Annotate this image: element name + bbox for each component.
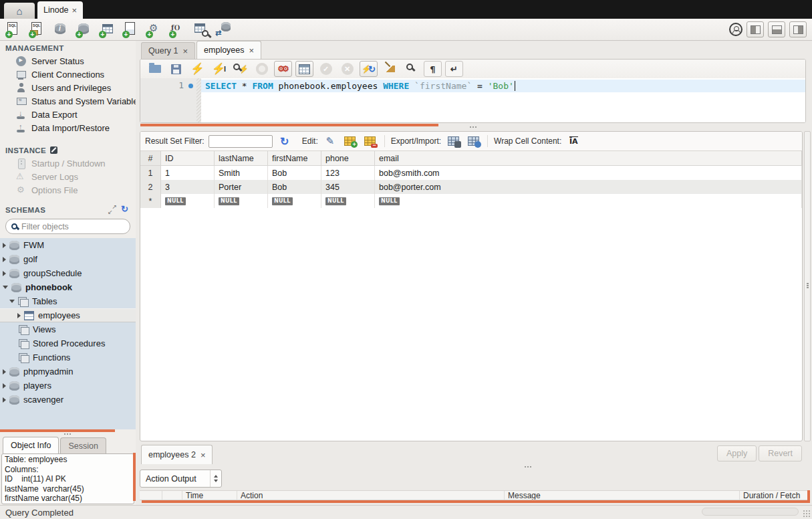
table-cell[interactable]: NULL — [215, 194, 268, 208]
tree-item-fwm[interactable]: FWM — [0, 238, 136, 252]
limit-rows-icon[interactable] — [295, 61, 313, 77]
output-column-duration-fetch[interactable]: Duration / Fetch — [740, 491, 810, 500]
splitter-grip[interactable] — [0, 432, 136, 437]
execute-current-statement-icon[interactable]: ⚡I — [210, 61, 228, 77]
tree-item-phonebook[interactable]: phonebook — [0, 280, 136, 294]
tree-item-phpmyadmin[interactable]: phpmyadmin — [0, 365, 136, 379]
sql-code-area[interactable]: 1 SELECT * FROM phonebook.employees WHER… — [140, 78, 805, 122]
sidebar-item-data-import-restore[interactable]: Data Import/Restore — [0, 121, 136, 134]
open-sql-script-icon[interactable]: + — [28, 21, 45, 38]
expand-schemas-icon[interactable] — [108, 205, 117, 214]
sidebar-item-server-logs[interactable]: Server Logs — [0, 170, 136, 183]
table-cell[interactable]: 123 — [321, 166, 375, 180]
toggle-word-wrap-icon[interactable]: ↵ — [445, 61, 463, 77]
sidebar-item-startup-shutdown[interactable]: Startup / Shutdown — [0, 157, 136, 170]
row-number-cell[interactable]: 1 — [140, 166, 161, 180]
tree-item-functions[interactable]: Functions — [0, 350, 136, 365]
new-row-placeholder[interactable]: *NULLNULLNULLNULLNULL — [140, 194, 802, 208]
expander-icon[interactable] — [3, 257, 6, 262]
save-script-icon[interactable] — [167, 61, 185, 77]
output-splitter-grip[interactable] — [525, 466, 526, 468]
table-cell[interactable]: NULL — [161, 194, 215, 208]
close-icon[interactable]: × — [249, 46, 255, 55]
right-panel-splitter[interactable] — [804, 131, 811, 441]
expander-icon[interactable] — [3, 243, 6, 248]
new-sql-tab-icon[interactable]: + — [5, 21, 22, 38]
query-tab-query-1[interactable]: Query 1× — [141, 42, 195, 59]
revert-button[interactable]: Revert — [759, 445, 802, 461]
output-column-action[interactable]: Action — [237, 491, 505, 500]
tree-item-scavenger[interactable]: scavenger — [0, 393, 136, 407]
result-tab-employees-2[interactable]: employees 2 × — [141, 445, 213, 464]
result-filter-input[interactable] — [209, 135, 273, 148]
output-column-blank[interactable] — [162, 491, 182, 500]
table-cell[interactable]: NULL — [375, 194, 802, 208]
import-records-icon[interactable] — [465, 134, 481, 148]
expander-icon[interactable] — [3, 286, 8, 289]
table-cell[interactable]: NULL — [321, 194, 375, 208]
column-header-email[interactable]: email — [375, 151, 802, 165]
action-output-dropdown[interactable]: Action Output — [140, 470, 222, 488]
toggle-stop-on-error-icon[interactable]: ⚙⚙ — [274, 61, 292, 77]
open-script-icon[interactable] — [146, 61, 164, 77]
table-row[interactable]: 23PorterBob345bob@porter.com — [140, 180, 802, 194]
schema-filter-input[interactable]: Filter objects — [5, 219, 130, 234]
table-cell[interactable]: Porter — [215, 180, 268, 194]
output-column-blank[interactable] — [140, 491, 162, 500]
output-splitter-handle[interactable] — [142, 500, 807, 503]
column-header-id[interactable]: ID — [161, 151, 215, 165]
home-tab[interactable]: ⌂ — [4, 3, 35, 19]
row-number-cell[interactable]: 2 — [140, 180, 161, 194]
table-cell[interactable]: 3 — [161, 180, 215, 194]
sidebar-item-options-file[interactable]: Options File — [0, 183, 136, 197]
tree-item-views[interactable]: Views — [0, 322, 136, 336]
tree-item-groupschedule[interactable]: groupSchedule — [0, 266, 136, 280]
create-function-icon[interactable]: ƒ()+ — [168, 21, 186, 38]
sidebar-right-splitter[interactable] — [133, 453, 136, 501]
create-view-icon[interactable]: + — [122, 21, 139, 38]
table-cell[interactable]: bob@porter.com — [375, 180, 802, 194]
sidebar-item-users-and-privileges[interactable]: Users and Privileges — [0, 81, 136, 94]
row-number-cell[interactable]: * — [140, 194, 161, 208]
search-table-data-icon[interactable] — [192, 21, 209, 38]
explain-statement-icon[interactable]: ⚡ — [231, 61, 249, 77]
insert-row-icon[interactable]: + — [342, 134, 358, 148]
editor-splitter-handle[interactable] — [140, 124, 438, 126]
apply-button[interactable]: Apply — [717, 445, 757, 461]
output-column-time[interactable]: Time — [182, 491, 237, 500]
create-table-icon[interactable]: + — [98, 21, 116, 38]
expander-icon[interactable] — [3, 271, 6, 276]
close-icon[interactable]: × — [182, 47, 188, 56]
output-column-message[interactable]: Message — [505, 491, 740, 500]
sidebar-item-status-and-system-variables[interactable]: Status and System Variables — [0, 94, 136, 108]
tab-session[interactable]: Session — [60, 437, 106, 453]
wrap-cell-content-icon[interactable]: ĪA — [565, 134, 581, 148]
connection-tab-linode[interactable]: Linode × — [37, 1, 83, 19]
dropdown-spinner-icon[interactable] — [210, 470, 221, 487]
tree-item-employees[interactable]: employees — [0, 308, 136, 322]
query-tab-employees[interactable]: employees× — [196, 41, 261, 59]
delete-row-icon[interactable]: − — [362, 134, 378, 148]
schema-inspector-icon[interactable] — [51, 21, 69, 38]
table-cell[interactable]: bob@smith.com — [375, 166, 802, 180]
table-cell[interactable]: Smith — [215, 166, 268, 180]
toggle-invisible-characters-icon[interactable]: ¶ — [424, 61, 442, 77]
toggle-output-area-button[interactable] — [768, 21, 785, 37]
close-icon[interactable]: × — [200, 451, 206, 459]
expander-icon[interactable] — [3, 383, 6, 389]
toggle-sidebar-left-button[interactable] — [747, 21, 764, 37]
column-header-firstname[interactable]: firstName — [268, 151, 321, 165]
expander-icon[interactable] — [3, 369, 6, 375]
sidebar-item-data-export[interactable]: Data Export — [0, 108, 136, 121]
expander-icon[interactable] — [9, 300, 15, 303]
expander-icon[interactable] — [3, 397, 6, 403]
table-cell[interactable]: Bob — [268, 180, 321, 194]
table-row[interactable]: 11SmithBob123bob@smith.com — [140, 166, 802, 180]
table-cell[interactable]: NULL — [268, 194, 321, 208]
table-cell[interactable]: Bob — [268, 166, 321, 180]
refresh-results-icon[interactable]: ↻ — [277, 134, 293, 148]
column-header-rownum[interactable]: # — [140, 151, 161, 165]
expander-icon[interactable] — [17, 313, 21, 318]
column-header-phone[interactable]: phone — [321, 151, 375, 165]
output-splitter-handle-right[interactable] — [807, 490, 810, 503]
